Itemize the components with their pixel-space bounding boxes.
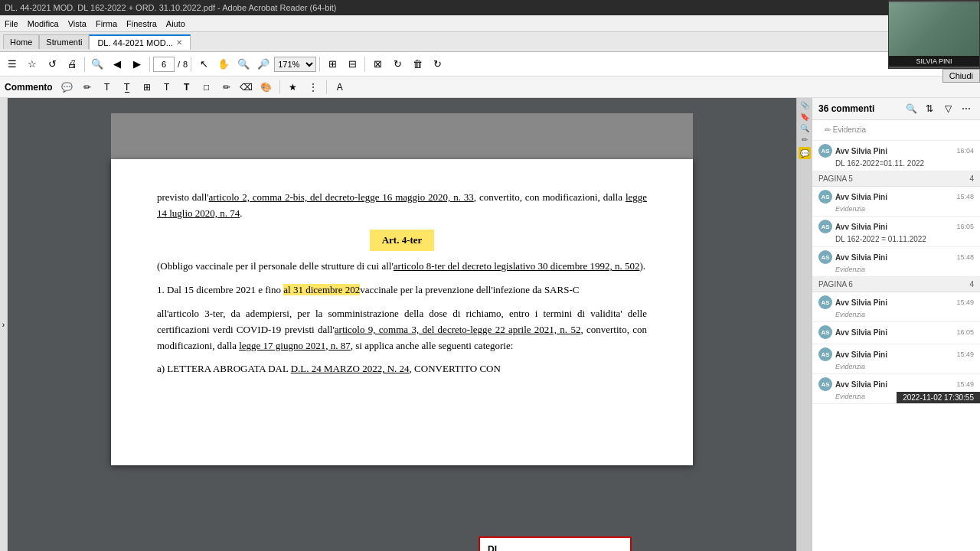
strip-btn4[interactable]: ✏ xyxy=(802,135,808,144)
eraser-btn[interactable]: ⌫ xyxy=(238,79,255,96)
font-btn[interactable]: A xyxy=(332,79,348,96)
comment-6[interactable]: AS Avv Silvia Pini 16:05 xyxy=(812,322,980,344)
comment-5-header: AS Avv Silvia Pini 15:49 xyxy=(818,295,974,309)
stamp-btn[interactable]: ★ xyxy=(285,79,302,96)
comment-5-time: 15:49 xyxy=(956,298,974,306)
page-input[interactable] xyxy=(153,57,175,72)
filter-comments-btn[interactable]: ▽ xyxy=(940,101,956,116)
fit-width-btn[interactable]: ⊟ xyxy=(343,55,361,73)
comment-2-header: AS Avv Silvia Pini 15:48 xyxy=(818,190,974,204)
tab-home[interactable]: Home xyxy=(3,34,39,49)
para2-start: 1. Dal 15 dicembre 2021 e fino xyxy=(157,284,283,295)
text-btn[interactable]: T xyxy=(99,79,116,96)
sep3 xyxy=(191,57,191,72)
prev-page-btn[interactable]: ◀ xyxy=(108,55,126,73)
marquee-zoom-btn[interactable]: ⊠ xyxy=(368,55,387,73)
rotate-btn[interactable]: ↻ xyxy=(388,55,407,73)
pencil-edit-icon: ✏ Evidenzia xyxy=(825,126,866,134)
crop-btn[interactable]: ↻ xyxy=(428,55,446,73)
strip-btn5[interactable]: 💬 xyxy=(799,147,811,159)
rect-btn[interactable]: □ xyxy=(198,79,215,96)
comment-bubble-btn[interactable]: 💬 xyxy=(59,79,76,96)
pagina6-label: PAGINA 6 xyxy=(818,280,853,289)
pencil-btn[interactable]: ✏ xyxy=(218,79,235,96)
print-btn[interactable]: 🖨 xyxy=(63,55,81,73)
callout-btn[interactable]: ⊞ xyxy=(139,79,155,96)
comment-2-time: 15:48 xyxy=(956,193,974,201)
para1-link1[interactable]: articolo 2, comma 2-bis, del decreto-leg… xyxy=(209,191,474,203)
comment-8-header: AS Avv Silvia Pini 15:49 xyxy=(818,377,974,391)
menu-vista[interactable]: Vista xyxy=(68,19,87,28)
comment-3-author: Avv Silvia Pini xyxy=(835,223,887,231)
more-btn[interactable]: ⋮ xyxy=(305,79,322,96)
para2-after: vaccinale per la prevenzione dell'infezi… xyxy=(360,284,579,295)
highlight-btn[interactable]: ✏ xyxy=(79,79,96,96)
comments-list[interactable]: ✏ Evidenzia AS Avv Silvia Pini 16:04 DL … xyxy=(812,120,980,551)
next-page-btn[interactable]: ▶ xyxy=(128,55,146,73)
zoom-select[interactable]: 171% xyxy=(274,57,316,72)
para2-link3[interactable]: articolo 9, comma 3, del decreto-legge 2… xyxy=(335,324,581,335)
bold-t-btn[interactable]: T xyxy=(178,79,195,96)
rp-header: 36 commenti 🔍 ⇅ ▽ ⋯ xyxy=(812,98,980,120)
pdf-viewer[interactable]: previsto dall'articolo 2, comma 2-bis, d… xyxy=(8,98,796,551)
para2-link4[interactable]: legge 17 giugno 2021, n. 87 xyxy=(239,340,351,351)
cb-sep1 xyxy=(279,80,280,94)
menu-aiuto[interactable]: Aiuto xyxy=(166,19,185,28)
para1: previsto dall'articolo 2, comma 2-bis, d… xyxy=(157,190,647,222)
comment-4[interactable]: AS Avv Silvia Pini 15:48 Evidenzia xyxy=(812,247,980,277)
comment-5[interactable]: AS Avv Silvia Pini 15:49 Evidenzia xyxy=(812,292,980,322)
comment-1-time: 16:04 xyxy=(956,147,974,155)
menu-file[interactable]: File xyxy=(5,19,18,28)
comment-6-time: 16:05 xyxy=(956,328,974,336)
comment-3[interactable]: AS Avv Silvia Pini 16:05 DL 162-2022 = 0… xyxy=(812,217,980,247)
edit-icon-row: ✏ Evidenzia xyxy=(818,123,974,137)
zoom-plus-btn[interactable]: 🔎 xyxy=(254,55,273,73)
comment-7[interactable]: AS Avv Silvia Pini 15:49 Evidenzia xyxy=(812,344,980,374)
hand-btn[interactable]: ✋ xyxy=(214,55,233,73)
rp-title: 36 commenti xyxy=(818,103,900,114)
comment-tooltip: DL 162-2022=01.11. 2022 xyxy=(479,536,632,551)
comment-8-avatar: AS xyxy=(818,377,832,391)
strip-btn3[interactable]: 🔍 xyxy=(800,124,809,132)
comment-8[interactable]: AS Avv Silvia Pini 15:49 Evidenzia 2022-… xyxy=(812,374,980,404)
para3-link5[interactable]: D.L. 24 MARZO 2022, N. 24 xyxy=(291,363,410,374)
subtitle-end: ). xyxy=(639,260,645,272)
select-btn[interactable]: ↖ xyxy=(194,55,213,73)
subtitle: (Obbligo vaccinale per il personale dell… xyxy=(157,259,647,275)
sort-comments-btn[interactable]: ⇅ xyxy=(922,101,937,116)
comment-4-time: 15:48 xyxy=(956,253,974,261)
menu-finestra[interactable]: Finestra xyxy=(126,19,157,28)
evidenzia-label: Evidenzia xyxy=(833,126,866,134)
typewriter-btn[interactable]: T xyxy=(158,79,175,96)
comment-7-avatar: AS xyxy=(818,347,832,361)
strip-btn2[interactable]: 🔖 xyxy=(800,112,809,121)
bookmark-btn[interactable]: ☆ xyxy=(23,55,41,73)
close-video-btn[interactable]: Chiudi xyxy=(942,69,980,83)
more-comments-btn[interactable]: ⋯ xyxy=(959,101,974,116)
delete-btn[interactable]: 🗑 xyxy=(408,55,426,73)
left-panel-collapse[interactable]: › xyxy=(0,98,8,551)
comment-1[interactable]: AS Avv Silvia Pini 16:04 DL 162-2022=01.… xyxy=(812,141,980,171)
subtitle-link[interactable]: articolo 8-ter del decreto legislativo 3… xyxy=(394,260,640,272)
para2-highlight: al 31 dicembre 202 xyxy=(283,284,360,295)
para1-text2: , convertito, con modificazioni, dalla xyxy=(474,191,626,203)
color-btn[interactable]: 🎨 xyxy=(258,79,275,96)
menu-firma[interactable]: Firma xyxy=(96,19,117,28)
comment-2[interactable]: AS Avv Silvia Pini 15:48 Evidenzia xyxy=(812,187,980,217)
properties-btn[interactable]: ☰ xyxy=(3,55,21,73)
comment-2-avatar: AS xyxy=(818,190,832,204)
tab-strumenti[interactable]: Strumenti xyxy=(39,34,89,49)
search-comments-btn[interactable]: 🔍 xyxy=(903,101,919,116)
comment-4-sub: Evidenzia xyxy=(818,266,974,273)
close-tab-icon[interactable]: ✕ xyxy=(176,38,182,47)
para3-text: a) LETTERA ABROGATA DAL xyxy=(157,363,291,374)
comment-edit-top: ✏ Evidenzia xyxy=(812,120,980,141)
zoom-minus-btn[interactable]: 🔍 xyxy=(234,55,253,73)
fit-page-btn[interactable]: ⊞ xyxy=(323,55,341,73)
tab-document[interactable]: DL. 44-2021 MOD... ✕ xyxy=(89,34,190,50)
text2-btn[interactable]: T̲ xyxy=(119,79,136,96)
save-btn[interactable]: ↺ xyxy=(43,55,61,73)
menu-modifica[interactable]: Modifica xyxy=(28,19,59,28)
strip-btn1[interactable]: 📎 xyxy=(800,101,809,109)
zoom-out-btn[interactable]: 🔍 xyxy=(88,55,106,73)
